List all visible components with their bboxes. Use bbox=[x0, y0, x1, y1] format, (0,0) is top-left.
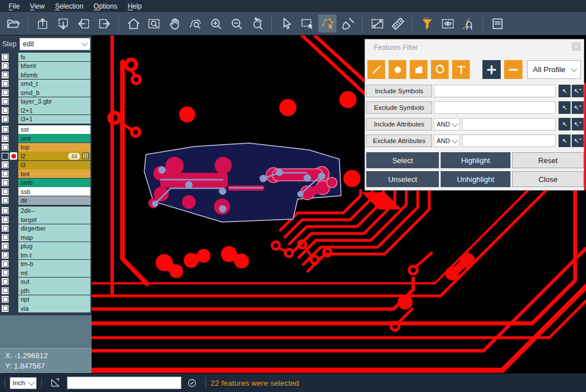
layer-checkbox[interactable] bbox=[2, 126, 9, 133]
layer-label[interactable]: top bbox=[18, 143, 90, 152]
layer-checkbox[interactable] bbox=[2, 98, 9, 105]
layer-checkbox[interactable] bbox=[2, 135, 9, 142]
layer-checkbox[interactable] bbox=[2, 107, 9, 114]
command-input[interactable] bbox=[67, 377, 181, 389]
layer-checkbox[interactable] bbox=[2, 89, 9, 96]
ruler-button[interactable] bbox=[389, 14, 407, 33]
step-left-button[interactable] bbox=[74, 14, 93, 33]
step-select[interactable]: edit bbox=[19, 38, 90, 50]
home-view-button[interactable] bbox=[124, 14, 142, 33]
layer-label[interactable]: tm-t bbox=[18, 251, 90, 259]
zoom-area-button[interactable] bbox=[145, 14, 163, 33]
layer-checkbox[interactable] bbox=[2, 207, 9, 214]
layer-checkbox[interactable] bbox=[2, 287, 9, 294]
layer-label[interactable]: smb bbox=[18, 179, 90, 187]
layer-label[interactable]: tm-b bbox=[18, 260, 90, 268]
layer-checkbox[interactable] bbox=[2, 260, 9, 267]
layer-checkbox[interactable] bbox=[2, 305, 9, 312]
surface-filter-button[interactable] bbox=[410, 60, 427, 79]
layer-label[interactable]: ssb bbox=[18, 187, 90, 196]
view-options-button[interactable] bbox=[438, 14, 457, 33]
measure-button[interactable] bbox=[368, 14, 386, 33]
exclude-symbols-button[interactable]: Exclude Symbols bbox=[366, 101, 432, 114]
include-attributes-logic-select[interactable]: AND bbox=[434, 118, 460, 130]
include-attributes-pick-add-button[interactable]: ↖+ bbox=[572, 118, 584, 130]
layer-label[interactable]: layer_3.gbr bbox=[18, 97, 90, 106]
layer-label[interactable]: map bbox=[18, 233, 90, 241]
zoom-previous-button[interactable] bbox=[248, 14, 266, 33]
features-filter-button[interactable] bbox=[418, 14, 436, 33]
layers-panel-button[interactable] bbox=[488, 14, 506, 33]
layer-label[interactable]: smt bbox=[18, 134, 90, 142]
layer-checkbox[interactable] bbox=[2, 161, 9, 168]
close-icon[interactable]: x bbox=[572, 42, 581, 51]
include-attributes-button[interactable]: Include Attributes bbox=[366, 118, 432, 130]
layer-checkbox[interactable] bbox=[2, 144, 9, 151]
include-attributes-input[interactable] bbox=[462, 118, 556, 130]
arc-filter-button[interactable] bbox=[431, 60, 449, 79]
include-symbols-pick-add-button[interactable]: ↖+ bbox=[572, 85, 584, 97]
highlight-button[interactable]: Highlight bbox=[441, 152, 510, 168]
layer-checkbox[interactable] bbox=[2, 179, 9, 186]
zoom-polygon-button[interactable] bbox=[186, 14, 204, 33]
select-button[interactable]: Select bbox=[366, 152, 439, 168]
import-face-down-button[interactable] bbox=[54, 14, 72, 33]
layer-label[interactable]: bot bbox=[18, 169, 90, 178]
layer-checkbox[interactable] bbox=[2, 216, 9, 223]
line-filter-button[interactable] bbox=[367, 60, 385, 79]
layer-label[interactable]: via bbox=[18, 304, 90, 312]
unselect-button[interactable]: Unselect bbox=[366, 171, 439, 187]
layer-label[interactable]: out bbox=[18, 278, 90, 286]
step-right-button[interactable] bbox=[95, 14, 113, 33]
layer-checkbox[interactable] bbox=[2, 171, 9, 177]
layer-label[interactable]: dir bbox=[18, 196, 90, 205]
clear-highlights-button[interactable] bbox=[339, 14, 357, 33]
layer-checkbox[interactable] bbox=[2, 54, 9, 61]
zoom-in-button[interactable] bbox=[207, 14, 225, 33]
layer-checkbox[interactable] bbox=[2, 252, 9, 259]
snap-button[interactable] bbox=[459, 14, 477, 33]
layer-label[interactable]: mt bbox=[18, 268, 90, 277]
layer-label[interactable]: pth bbox=[18, 286, 90, 295]
reset-button[interactable]: Reset bbox=[512, 152, 584, 168]
layer-label[interactable]: npt bbox=[18, 295, 90, 304]
menu-options[interactable]: Options bbox=[89, 2, 122, 11]
layer-label[interactable]: plug bbox=[18, 242, 90, 251]
grid-icon[interactable] bbox=[82, 153, 89, 159]
layer-checkbox[interactable] bbox=[2, 225, 9, 232]
layer-label[interactable]: l222 bbox=[18, 152, 90, 160]
include-symbols-pick-button[interactable]: ↖ bbox=[559, 85, 571, 97]
layer-label[interactable]: target bbox=[18, 215, 90, 224]
exclude-attributes-button[interactable]: Exclude Attributes bbox=[366, 134, 432, 147]
layer-label[interactable]: l2+1 bbox=[18, 106, 90, 114]
select-pointer-button[interactable] bbox=[277, 14, 295, 33]
layer-checkbox[interactable] bbox=[2, 72, 9, 78]
unhighlight-button[interactable]: Unhighlight bbox=[441, 171, 510, 187]
import-face-up-button[interactable] bbox=[33, 14, 52, 33]
rect-select-button[interactable] bbox=[298, 14, 316, 33]
layer-checkbox[interactable] bbox=[2, 296, 9, 303]
exclude-attributes-pick-button[interactable]: ↖ bbox=[559, 134, 571, 147]
layer-label[interactable]: bfsmb bbox=[18, 70, 90, 79]
layer-checkbox[interactable] bbox=[2, 116, 9, 122]
refresh-icon[interactable] bbox=[187, 378, 197, 389]
layer-checkbox[interactable] bbox=[2, 197, 9, 204]
layer-label[interactable]: bfsmt bbox=[18, 62, 90, 70]
unit-select[interactable]: Inch bbox=[10, 377, 37, 389]
text-filter-button[interactable] bbox=[452, 60, 470, 79]
negative-mode-button[interactable] bbox=[504, 60, 522, 79]
layer-checkbox[interactable] bbox=[2, 188, 9, 195]
exclude-symbols-pick-add-button[interactable]: ↖+ bbox=[572, 101, 584, 114]
menu-selection[interactable]: Selection bbox=[50, 2, 88, 11]
include-attributes-pick-button[interactable]: ↖ bbox=[559, 118, 571, 130]
layer-label[interactable]: smd_t bbox=[18, 80, 90, 88]
layer-checkbox[interactable] bbox=[2, 80, 9, 87]
menu-view[interactable]: View bbox=[25, 2, 50, 11]
layer-checkbox[interactable] bbox=[2, 234, 9, 241]
polygon-select-button[interactable] bbox=[318, 14, 336, 33]
layer-label[interactable]: l3+1 bbox=[18, 115, 90, 124]
pad-filter-button[interactable] bbox=[389, 60, 406, 79]
layer-checkbox[interactable] bbox=[2, 62, 9, 69]
exclude-attributes-input[interactable] bbox=[462, 134, 556, 147]
exclude-attributes-pick-add-button[interactable]: ↖+ bbox=[572, 134, 584, 147]
